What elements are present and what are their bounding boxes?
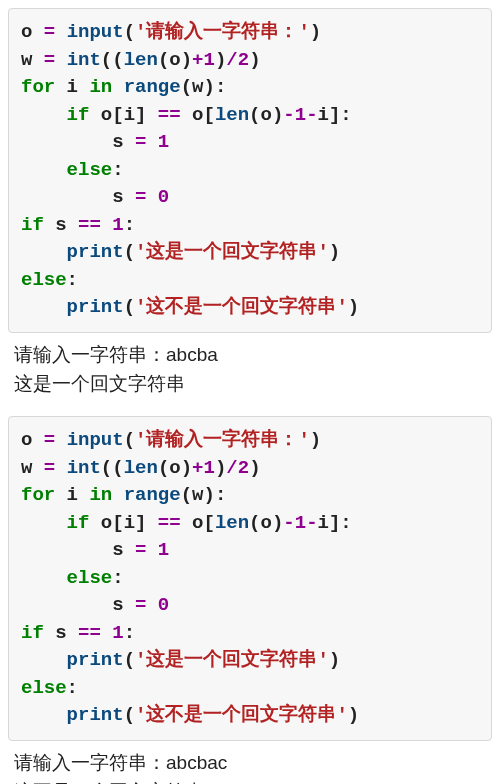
output-block-2: 请输入一字符串：abcbac 这不是一个回文字符串 — [14, 749, 488, 784]
code-block-1: o = input('请输入一字符串：') w = int((len(o)+1)… — [8, 8, 492, 333]
code-block-2: o = input('请输入一字符串：') w = int((len(o)+1)… — [8, 416, 492, 741]
output-block-1: 请输入一字符串：abcba 这是一个回文字符串 — [14, 341, 488, 398]
